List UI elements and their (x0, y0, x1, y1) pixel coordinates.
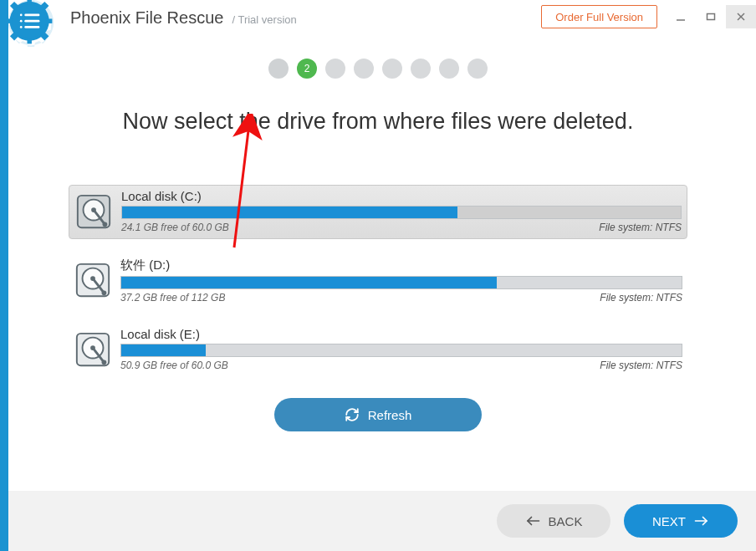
order-full-version-button[interactable]: Order Full Version (541, 5, 657, 28)
drive-row-2[interactable]: Local disk (E:) 50.9 GB free of 60.0 GB … (69, 324, 687, 376)
maximize-button[interactable] (696, 5, 726, 28)
drive-body: Local disk (E:) 50.9 GB free of 60.0 GB … (120, 327, 682, 371)
step-dot-2: 2 (297, 59, 317, 79)
next-button[interactable]: NEXT (624, 504, 738, 538)
hard-drive-icon (74, 330, 112, 369)
drive-usage-fill (121, 344, 206, 356)
drive-filesystem-text: File system: NTFS (599, 222, 682, 233)
step-dot-3 (325, 59, 345, 79)
drive-body: Local disk (C:) 24.1 GB free of 60.0 GB … (121, 189, 682, 233)
svg-point-32 (102, 290, 107, 295)
drive-row-0[interactable]: Local disk (C:) 24.1 GB free of 60.0 GB … (69, 185, 687, 239)
drive-body: 软件 (D:) 37.2 GB free of 112 GB File syst… (120, 258, 682, 304)
refresh-icon (345, 407, 360, 422)
window-controls: Order Full Version (541, 0, 756, 28)
refresh-label: Refresh (368, 408, 412, 422)
drive-row-1[interactable]: 软件 (D:) 37.2 GB free of 112 GB File syst… (69, 254, 687, 309)
drive-free-text: 24.1 GB free of 60.0 GB (121, 222, 229, 233)
left-accent-stripe (0, 0, 8, 551)
drive-filesystem-text: File system: NTFS (600, 292, 682, 304)
wizard-steps: 2 (0, 59, 756, 79)
drive-filesystem-text: File system: NTFS (600, 360, 682, 371)
app-title: Phoenix File Rescue (70, 8, 223, 28)
maximize-icon (706, 12, 716, 22)
next-label: NEXT (652, 514, 686, 528)
arrow-right-icon (694, 515, 709, 527)
step-dot-5 (382, 59, 402, 79)
drive-name: 软件 (D:) (120, 258, 682, 273)
drive-usage-bar (120, 276, 682, 289)
hard-drive-icon (74, 261, 112, 299)
step-dot-6 (411, 59, 431, 79)
drive-name: Local disk (C:) (121, 189, 682, 203)
minimize-button[interactable] (666, 5, 696, 28)
page-heading: Now select the drive from where files we… (0, 109, 756, 135)
title-bar: Phoenix File Rescue / Trial version Orde… (0, 0, 756, 38)
back-button[interactable]: BACK (497, 504, 610, 538)
drive-footer: 50.9 GB free of 60.0 GB File system: NTF… (120, 360, 682, 371)
back-label: BACK (549, 514, 583, 528)
refresh-button[interactable]: Refresh (274, 398, 482, 431)
drive-list: Local disk (C:) 24.1 GB free of 60.0 GB … (69, 185, 687, 376)
drive-usage-bar (120, 344, 682, 357)
step-dot-4 (354, 59, 374, 79)
svg-point-38 (102, 360, 107, 365)
close-icon (736, 12, 746, 22)
step-dot-8 (467, 59, 488, 79)
drive-usage-fill (121, 277, 497, 288)
drive-footer: 24.1 GB free of 60.0 GB File system: NTF… (121, 222, 682, 233)
app-window: Phoenix File Rescue / Trial version Orde… (0, 0, 756, 551)
drive-name: Local disk (E:) (120, 327, 682, 341)
app-logo-gear-icon (7, 0, 55, 47)
step-dot-1 (268, 59, 289, 79)
svg-rect-18 (707, 14, 715, 20)
drive-usage-bar (121, 206, 682, 219)
drive-free-text: 50.9 GB free of 60.0 GB (120, 360, 228, 371)
arrow-left-icon (525, 515, 540, 527)
svg-point-26 (103, 222, 108, 227)
close-button[interactable] (726, 5, 756, 28)
footer-bar: BACK NEXT (8, 491, 756, 551)
drive-footer: 37.2 GB free of 112 GB File system: NTFS (120, 292, 682, 304)
minimize-icon (676, 12, 686, 22)
drive-usage-fill (122, 207, 457, 218)
app-subtitle: / Trial version (232, 13, 296, 26)
step-dot-7 (439, 59, 459, 79)
drive-free-text: 37.2 GB free of 112 GB (120, 292, 225, 304)
hard-drive-icon (74, 192, 113, 231)
